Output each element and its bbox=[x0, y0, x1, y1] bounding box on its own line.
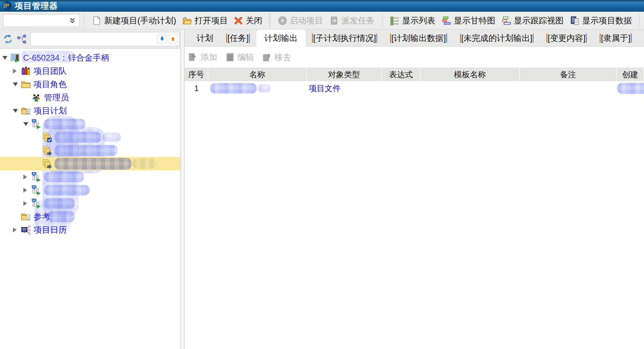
close-x-icon bbox=[234, 16, 243, 25]
toolbar-separator bbox=[270, 14, 270, 28]
project-window-icon bbox=[10, 53, 20, 63]
tree-item-references[interactable]: 参考 bbox=[0, 210, 180, 223]
edit-icon bbox=[225, 52, 235, 62]
expander-icon[interactable] bbox=[13, 109, 21, 113]
column-header-name[interactable]: 名称 bbox=[208, 68, 307, 81]
tab-plan-output-data[interactable]: [计划输出数据] bbox=[384, 30, 454, 46]
close-button[interactable]: 关闭 bbox=[231, 13, 265, 28]
expander-icon[interactable] bbox=[13, 69, 21, 74]
show-list-button[interactable]: 显示列表 bbox=[387, 13, 438, 28]
column-header-expression[interactable]: 表达式 bbox=[382, 68, 421, 81]
show-project-data-label: 显示项目数据 bbox=[582, 15, 632, 26]
expander-icon[interactable] bbox=[23, 201, 31, 206]
tree-item-project-plans[interactable]: 项目计划 bbox=[0, 104, 180, 117]
tree-item-project-roles[interactable]: 项目角色 bbox=[0, 78, 180, 91]
play-icon bbox=[278, 16, 287, 26]
censor-blob bbox=[44, 185, 90, 195]
remove-icon bbox=[262, 52, 272, 62]
expander-icon[interactable] bbox=[13, 82, 21, 86]
tree-item-label: 项目计划 bbox=[34, 105, 67, 116]
tab-subplan-execution[interactable]: [子计划执行情况] bbox=[306, 30, 384, 46]
column-header-object-type[interactable]: 对象类型 bbox=[307, 68, 382, 81]
tree-item-plan-doc-3[interactable] bbox=[0, 157, 180, 170]
censor-blob bbox=[44, 119, 86, 129]
show-project-data-button[interactable]: 显示项目数据 bbox=[567, 13, 635, 28]
expander-icon[interactable] bbox=[23, 174, 31, 179]
tree-item-project-calendar[interactable]: 项目日历 bbox=[0, 223, 180, 236]
censor-blob bbox=[210, 83, 257, 94]
open-project-label: 打开项目 bbox=[194, 15, 228, 26]
edit-button[interactable]: 编辑 bbox=[225, 52, 254, 63]
show-tracking-label: 显示跟踪视图 bbox=[514, 15, 564, 26]
close-label: 关闭 bbox=[246, 15, 262, 26]
censor-blob bbox=[258, 84, 271, 93]
show-tracking-button[interactable]: 显示跟踪视图 bbox=[498, 13, 567, 28]
tree-item-root[interactable]: C-650234：锌合金手柄 bbox=[0, 51, 180, 64]
document-arrow-icon bbox=[42, 159, 52, 169]
toolbar-overflow-separator bbox=[639, 14, 640, 28]
tab-belongs-to[interactable]: [隶属于] bbox=[593, 30, 638, 46]
expander-icon[interactable] bbox=[2, 56, 10, 60]
show-gantt-button[interactable]: 显示甘特图 bbox=[438, 13, 498, 28]
tab-unfinished-plan-output[interactable]: [未完成的计划输出] bbox=[454, 30, 540, 46]
search-prev-button[interactable] bbox=[168, 34, 178, 44]
start-project-button[interactable]: 启动项目 bbox=[274, 13, 326, 28]
plan-icon bbox=[31, 119, 41, 129]
tree-item-plan-1[interactable] bbox=[0, 117, 180, 130]
remove-button[interactable]: 移去 bbox=[262, 52, 291, 63]
column-header-created[interactable]: 创建 bbox=[617, 68, 644, 81]
tree-item-plan-2[interactable] bbox=[0, 170, 180, 183]
add-icon bbox=[188, 52, 198, 62]
expander-icon[interactable] bbox=[13, 227, 21, 232]
tree-item-project-team[interactable]: 项目团队 bbox=[0, 64, 180, 78]
dispatch-task-button[interactable]: 派发任务 bbox=[326, 13, 378, 28]
tab-plan-output[interactable]: 计划输出 bbox=[256, 30, 306, 47]
tree-item-plan-4[interactable] bbox=[0, 197, 180, 210]
tree-toolbar bbox=[0, 30, 180, 49]
show-list-label: 显示列表 bbox=[402, 15, 435, 26]
project-data-icon bbox=[570, 16, 580, 26]
search-next-button[interactable] bbox=[157, 34, 167, 44]
expander-icon[interactable] bbox=[23, 188, 31, 193]
tree-item-plan-3[interactable] bbox=[0, 183, 180, 197]
refresh-icon[interactable] bbox=[2, 34, 14, 45]
tree-item-admin[interactable]: 管理员 bbox=[0, 91, 180, 104]
dispatch-task-label: 派发任务 bbox=[342, 15, 375, 26]
list-view-icon bbox=[390, 16, 400, 26]
add-label: 添加 bbox=[201, 52, 217, 63]
toolbar-separator bbox=[84, 14, 84, 28]
column-header-seq[interactable]: 序号 bbox=[185, 68, 208, 81]
people-icon bbox=[31, 93, 41, 102]
censor-blob bbox=[44, 172, 84, 182]
double-chevron-down-icon bbox=[70, 18, 75, 24]
open-project-button[interactable]: 打开项目 bbox=[179, 13, 231, 28]
project-selector-combobox[interactable] bbox=[3, 14, 80, 27]
tab-tasks[interactable]: [任务] bbox=[220, 30, 256, 46]
new-project-button[interactable]: 新建项目(手动计划) bbox=[89, 13, 179, 28]
censor-blob bbox=[54, 132, 101, 143]
column-header-template-name[interactable]: 模板名称 bbox=[421, 68, 520, 81]
tracking-view-icon bbox=[502, 16, 511, 26]
app-window: P 项目管理器 新建项目(手动计划) bbox=[0, 0, 644, 349]
column-header-remark[interactable]: 备注 bbox=[520, 68, 617, 81]
expander-icon[interactable] bbox=[23, 122, 31, 126]
censor-blob bbox=[617, 83, 644, 94]
detail-tabstrip: 计划 [任务] 计划输出 [子计划执行情况] [计划输出数据] [未完成的计划输… bbox=[185, 30, 644, 47]
folder-list-icon bbox=[21, 106, 31, 116]
panel-splitter[interactable] bbox=[180, 30, 185, 349]
censor-blob bbox=[48, 211, 75, 222]
new-project-label: 新建项目(手动计划) bbox=[104, 15, 176, 26]
tree-item-plan-doc-1[interactable] bbox=[0, 130, 180, 144]
plan-icon bbox=[31, 199, 41, 208]
add-button[interactable]: 添加 bbox=[188, 52, 217, 63]
new-document-icon bbox=[92, 16, 102, 26]
start-project-label: 启动项目 bbox=[290, 15, 323, 26]
tree-item-label: 项目团队 bbox=[34, 66, 67, 77]
tree-item-plan-doc-2[interactable] bbox=[0, 144, 180, 157]
tab-plan[interactable]: 计划 bbox=[190, 30, 220, 46]
main-toolbar: 新建项目(手动计划) 打开项目 关闭 bbox=[0, 12, 644, 30]
table-row[interactable]: 1 项目文件 bbox=[185, 81, 644, 95]
window-title: 项目管理器 bbox=[15, 0, 58, 11]
tab-change-content[interactable]: [变更内容] bbox=[540, 30, 593, 46]
hierarchy-icon[interactable] bbox=[17, 34, 27, 44]
